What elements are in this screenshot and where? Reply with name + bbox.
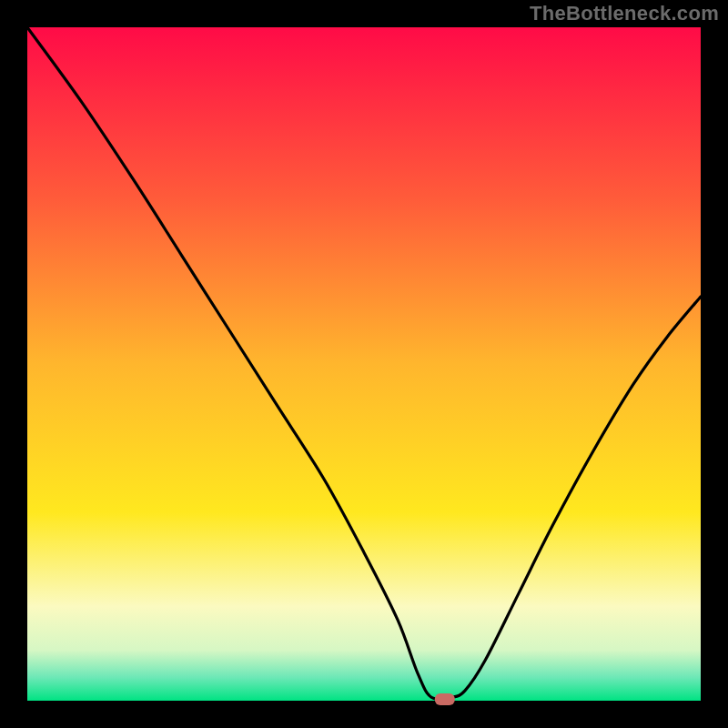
- chart-frame: TheBottleneck.com: [0, 0, 728, 728]
- optimal-point-marker: [435, 693, 455, 705]
- bottleneck-chart: [0, 0, 728, 728]
- gradient-background: [27, 27, 701, 701]
